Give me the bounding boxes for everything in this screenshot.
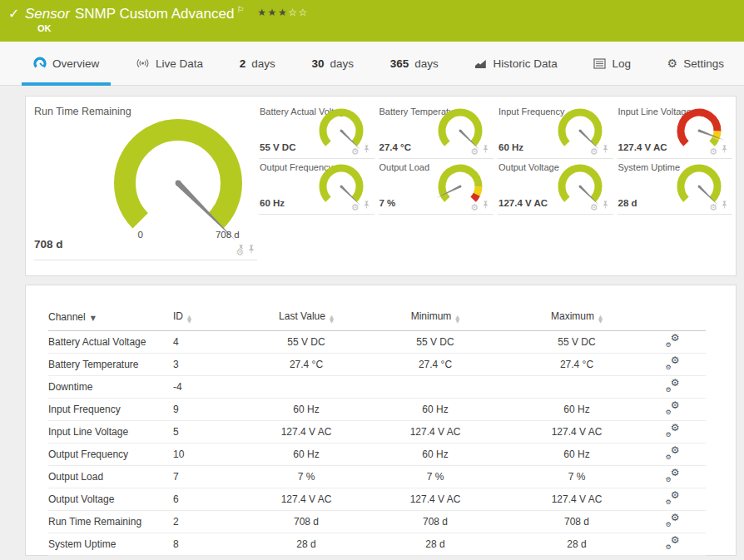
- sort-icon: ▲▼: [455, 315, 459, 324]
- star-filled-icon[interactable]: ★: [257, 7, 267, 18]
- priority-stars[interactable]: ★★★☆☆: [257, 7, 308, 18]
- pin-icon[interactable]: [602, 141, 609, 156]
- tab-number: 30: [311, 57, 324, 70]
- gauge-tile-output-frequency: Output Frequency60 Hz⚙: [259, 159, 374, 215]
- cell-max: 127.4 V AC: [552, 426, 603, 438]
- cell-channel: Output Frequency: [48, 448, 128, 460]
- cell-min: 28 d: [425, 538, 444, 550]
- pin-icon[interactable]: [482, 197, 489, 212]
- gear-icon[interactable]: ⚙: [709, 204, 717, 212]
- gear-icon[interactable]: ⚙: [590, 148, 598, 156]
- check-icon: ✓: [8, 6, 19, 22]
- table-row[interactable]: Battery Temperature327.4 °C27.4 °C27.4 °…: [48, 353, 706, 375]
- svg-text:708 d: 708 d: [216, 230, 240, 240]
- gear-icon[interactable]: ⚙: [590, 204, 598, 212]
- star-filled-icon[interactable]: ★: [268, 7, 278, 18]
- cell-channel: Output Load: [48, 471, 103, 483]
- channel-settings-icon[interactable]: ⚙⚙: [666, 424, 680, 437]
- pin-icon[interactable]: [602, 197, 609, 212]
- cell-min: 708 d: [423, 516, 448, 528]
- tab-2-days[interactable]: 2days: [228, 42, 287, 85]
- svg-text:0: 0: [137, 230, 142, 240]
- cell-max: 7 %: [568, 471, 586, 483]
- sensor-header: ✓ SensorSNMP Custom Advanced⚐★★★☆☆ OK: [0, 0, 744, 42]
- pin-icon[interactable]: [363, 197, 370, 212]
- tab-overview[interactable]: Overview: [22, 42, 111, 85]
- table-row[interactable]: Output Frequency1060 Hz60 Hz60 Hz⚙⚙: [48, 443, 706, 465]
- sort-icon: ▲▼: [598, 315, 603, 324]
- chart-icon: [474, 57, 487, 69]
- flag-icon[interactable]: ⚐: [236, 5, 244, 14]
- tab-label: Overview: [52, 57, 99, 70]
- broadcast-icon: [136, 57, 150, 69]
- tab-30-days[interactable]: 30days: [300, 42, 365, 85]
- cell-id: 6: [173, 493, 179, 505]
- pin-icon[interactable]: [363, 141, 370, 156]
- tab-live-data[interactable]: Live Data: [124, 42, 215, 85]
- table-row[interactable]: Output Voltage6127.4 V AC127.4 V AC127.4…: [48, 488, 706, 510]
- pin-icon[interactable]: [247, 242, 255, 257]
- cell-max: 55 V DC: [558, 336, 595, 348]
- cell-last: 7 %: [298, 471, 315, 483]
- tab-365-days[interactable]: 365days: [379, 42, 450, 85]
- column-header-channel[interactable]: Channel▼: [48, 304, 173, 330]
- cell-id: 5: [173, 426, 179, 438]
- gauge-value: 28 d: [618, 198, 637, 208]
- tab-settings[interactable]: ⚙Settings: [656, 42, 736, 85]
- channel-settings-icon[interactable]: ⚙⚙: [666, 514, 680, 527]
- table-row[interactable]: System Uptime828 d28 d28 d⚙⚙: [48, 533, 706, 555]
- channel-settings-icon[interactable]: ⚙⚙: [666, 335, 680, 347]
- column-header-minimum[interactable]: Minimum▲▼: [356, 304, 514, 330]
- sensor-title-line: SensorSNMP Custom Advanced⚐★★★☆☆: [25, 5, 309, 22]
- table-row[interactable]: Downtime-4⚙⚙: [48, 375, 706, 398]
- cell-channel: Input Frequency: [48, 404, 121, 415]
- gear-icon[interactable]: ⚙: [351, 148, 360, 156]
- gear-icon[interactable]: ⚙: [709, 148, 717, 156]
- gauge-value: 60 Hz: [260, 198, 285, 208]
- cell-max: 127.4 V AC: [552, 493, 603, 505]
- channel-settings-icon[interactable]: ⚙⚙: [666, 492, 680, 504]
- table-row[interactable]: Battery Actual Voltage455 V DC55 V DC55 …: [48, 330, 706, 353]
- cell-min: 127.4 V AC: [410, 493, 461, 505]
- tab-log[interactable]: Log: [582, 42, 642, 85]
- channel-settings-icon[interactable]: ⚙⚙: [666, 537, 680, 549]
- cell-channel: Battery Actual Voltage: [48, 336, 146, 348]
- pin-icon[interactable]: [721, 141, 728, 156]
- table-row[interactable]: Output Load77 %7 %7 %⚙⚙: [48, 465, 706, 488]
- channel-settings-icon[interactable]: ⚙⚙: [666, 469, 680, 482]
- pin-icon[interactable]: [482, 141, 489, 156]
- cell-id: 3: [173, 359, 179, 370]
- tab-historic-data[interactable]: Historic Data: [463, 42, 568, 85]
- channel-settings-icon[interactable]: ⚙⚙: [666, 357, 680, 369]
- cell-min: 55 V DC: [416, 336, 454, 348]
- column-header-last-value[interactable]: Last Value▲▼: [256, 304, 356, 330]
- pin-icon[interactable]: [721, 197, 728, 212]
- cell-last: 60 Hz: [293, 404, 319, 415]
- star-empty-icon[interactable]: ☆: [288, 7, 298, 18]
- cell-max: 28 d: [567, 538, 586, 550]
- star-filled-icon[interactable]: ★: [278, 7, 288, 18]
- table-row[interactable]: Run Time Remaining2708 d708 d708 d⚙⚙: [48, 510, 706, 533]
- gauge-icon: [33, 57, 47, 70]
- gauge-value: 127.4 V AC: [618, 142, 667, 152]
- log-icon: [593, 58, 606, 69]
- gear-icon[interactable]: ⚙: [470, 148, 479, 156]
- channel-settings-icon[interactable]: ⚙⚙: [666, 402, 680, 414]
- table-row[interactable]: Input Frequency960 Hz60 Hz60 Hz⚙⚙: [48, 398, 706, 420]
- table-row[interactable]: Input Line Voltage5127.4 V AC127.4 V AC1…: [48, 420, 706, 443]
- gear-icon[interactable]: ⚙: [236, 249, 244, 257]
- column-header-maximum[interactable]: Maximum▲▼: [514, 304, 639, 330]
- channel-settings-icon[interactable]: ⚙⚙: [666, 447, 680, 459]
- run-time-remaining-gauge: x0708 d: [99, 115, 257, 248]
- cell-channel: Run Time Remaining: [48, 516, 141, 528]
- gear-icon[interactable]: ⚙: [470, 204, 479, 212]
- channel-settings-icon[interactable]: ⚙⚙: [666, 379, 680, 392]
- column-header-id[interactable]: ID▲▼: [173, 304, 256, 330]
- channel-table-panel: Channel▼ID▲▼Last Value▲▼Minimum▲▼Maximum…: [25, 285, 737, 556]
- cell-channel: Battery Temperature: [48, 359, 139, 370]
- tab-bar: OverviewLive Data2days30days365daysHisto…: [0, 42, 744, 86]
- star-empty-icon[interactable]: ☆: [298, 7, 308, 18]
- gauge-value: 27.4 °C: [379, 142, 411, 152]
- gauge-value: 60 Hz: [498, 142, 523, 152]
- gear-icon[interactable]: ⚙: [351, 204, 360, 212]
